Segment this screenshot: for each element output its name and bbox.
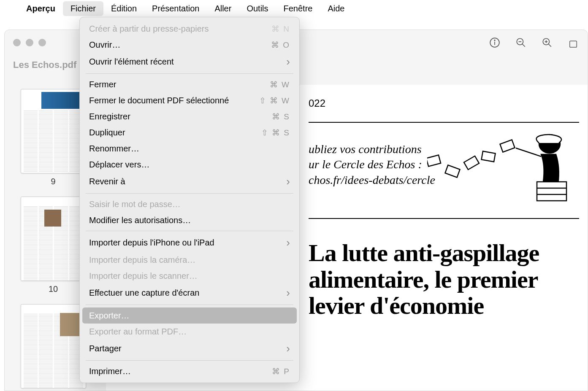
menu-item-label: Saisir le mot de passe… — [89, 200, 181, 209]
promo-line: chos.fr/idees-debats/cercle — [309, 173, 435, 188]
menu-item-label: Enregistrer — [89, 112, 130, 121]
menu-item: Saisir le mot de passe… — [80, 196, 299, 212]
chevron-right-icon: › — [286, 342, 290, 355]
menu-edition[interactable]: Édition — [103, 1, 144, 16]
menu-shortcut: ⌘ S — [272, 112, 290, 121]
svg-line-17 — [516, 148, 541, 156]
svg-rect-14 — [481, 151, 495, 162]
svg-rect-10 — [570, 41, 577, 47]
thumbnail-label: 10 — [21, 284, 86, 294]
menu-item[interactable]: Ouvrir l'élément récent› — [80, 53, 299, 71]
menu-item[interactable]: Fermer⌘ W — [80, 76, 299, 92]
zoom-in-icon[interactable] — [541, 37, 553, 49]
menu-item: Importer depuis la caméra… — [80, 252, 299, 268]
menu-aller[interactable]: Aller — [207, 1, 239, 16]
thumbnail-label: 9 — [21, 177, 86, 186]
fichier-dropdown: Créer à partir du presse-papiers⌘ NOuvri… — [79, 17, 300, 383]
svg-line-7 — [548, 44, 551, 47]
svg-line-4 — [522, 44, 525, 47]
section-divider: ubliez vos contributions ur le Cercle de… — [309, 122, 579, 219]
thumbnail-image — [21, 304, 86, 388]
menu-item: Exporter au format PDF… — [80, 324, 299, 340]
svg-rect-12 — [445, 165, 460, 177]
menu-separator — [86, 193, 293, 194]
chevron-right-icon: › — [286, 236, 290, 249]
svg-point-2 — [494, 40, 495, 41]
thumbnail-page-11[interactable] — [21, 304, 86, 388]
menu-item[interactable]: Enregistrer⌘ S — [80, 108, 299, 124]
menu-item-label: Exporter… — [89, 311, 130, 321]
menu-outils[interactable]: Outils — [239, 1, 276, 16]
menu-item[interactable]: Modifier les autorisations… — [80, 212, 299, 228]
menu-shortcut: ⌘ N — [271, 24, 290, 34]
menu-shortcut: ⌘ O — [271, 40, 290, 50]
info-icon[interactable] — [489, 37, 501, 49]
promo-line: ur le Cercle des Echos : — [309, 157, 435, 172]
thumbnail-image — [21, 89, 86, 173]
menu-item-label: Importer depuis le scanner… — [89, 271, 198, 281]
menu-separator — [86, 360, 293, 361]
menu-item[interactable]: Imprimer…⌘ P — [80, 363, 299, 379]
menu-item[interactable]: Exporter… — [82, 307, 297, 324]
promo-illustration — [427, 127, 588, 211]
menu-item-label: Partager — [89, 344, 122, 353]
menu-shortcut: ⇧ ⌘ S — [261, 128, 290, 138]
close-button[interactable] — [13, 39, 21, 46]
menu-shortcut: ⌘ W — [270, 80, 290, 89]
svg-rect-11 — [427, 155, 441, 166]
menu-item[interactable]: Déplacer vers… — [80, 156, 299, 173]
minimize-button[interactable] — [26, 39, 33, 46]
thumbnail-page-9[interactable]: 9 — [21, 89, 86, 186]
menu-item: Importer depuis le scanner… — [80, 268, 299, 284]
menu-item-label: Importer depuis la caméra… — [89, 255, 195, 265]
menu-shortcut: ⌘ P — [272, 367, 290, 376]
menu-item-label: Ouvrir l'élément récent — [89, 57, 174, 67]
menu-item-label: Modifier les autorisations… — [89, 216, 191, 225]
menubar: Aperçu Fichier Édition Présentation Alle… — [0, 0, 588, 17]
menu-separator — [86, 73, 293, 74]
menu-app-name[interactable]: Aperçu — [19, 1, 63, 16]
menu-item[interactable]: Fermer le document PDF sélectionné⇧ ⌘ W — [80, 92, 299, 108]
share-icon[interactable] — [567, 37, 579, 49]
menu-item[interactable]: Renommer… — [80, 140, 299, 156]
menu-item[interactable]: Importer depuis l'iPhone ou l'iPad› — [80, 234, 299, 252]
menu-item[interactable]: Revenir à› — [80, 173, 299, 191]
thumbnail-page-10[interactable]: 10 — [21, 197, 86, 294]
traffic-lights — [13, 39, 46, 46]
promo-text: ubliez vos contributions ur le Cercle de… — [309, 142, 435, 188]
chevron-right-icon: › — [286, 175, 290, 188]
menu-item: Créer à partir du presse-papiers⌘ N — [80, 21, 299, 37]
toolbar-right — [489, 37, 579, 49]
svg-rect-13 — [464, 156, 479, 170]
menu-item[interactable]: Dupliquer⇧ ⌘ S — [80, 124, 299, 140]
menu-item[interactable]: Effectuer une capture d'écran› — [80, 284, 299, 302]
menu-aide[interactable]: Aide — [320, 1, 352, 16]
menu-item-label: Dupliquer — [89, 128, 125, 138]
promo-line: ubliez vos contributions — [309, 142, 435, 157]
menu-item-label: Ouvrir… — [89, 40, 120, 50]
zoom-button[interactable] — [38, 39, 46, 46]
menu-item-label: Renommer… — [89, 144, 139, 154]
chevron-right-icon: › — [286, 55, 290, 68]
menu-separator — [86, 305, 293, 305]
svg-rect-18 — [537, 182, 566, 201]
menu-item-label: Imprimer… — [89, 367, 131, 376]
menu-separator — [86, 231, 293, 231]
menu-item[interactable]: Ouvrir…⌘ O — [80, 37, 299, 53]
menu-fichier[interactable]: Fichier — [63, 1, 103, 16]
menu-item-label: Revenir à — [89, 177, 125, 186]
menu-presentation[interactable]: Présentation — [144, 1, 207, 16]
chevron-right-icon: › — [286, 286, 290, 299]
menu-item-label: Créer à partir du presse-papiers — [89, 24, 209, 34]
menu-item-label: Fermer — [89, 80, 116, 89]
menu-item-label: Effectuer une capture d'écran — [89, 288, 199, 298]
menu-shortcut: ⇧ ⌘ W — [259, 96, 290, 105]
date-text: 022 — [309, 97, 579, 109]
menu-item-label: Fermer le document PDF sélectionné — [89, 96, 229, 105]
menu-item[interactable]: Partager› — [80, 340, 299, 358]
menu-fenetre[interactable]: Fenêtre — [276, 1, 320, 16]
thumbnail-image — [21, 197, 86, 281]
menu-item-label: Exporter au format PDF… — [89, 327, 187, 337]
article-headline: La lutte anti-gaspillage alimentaire, le… — [309, 240, 579, 319]
zoom-out-icon[interactable] — [515, 37, 527, 49]
